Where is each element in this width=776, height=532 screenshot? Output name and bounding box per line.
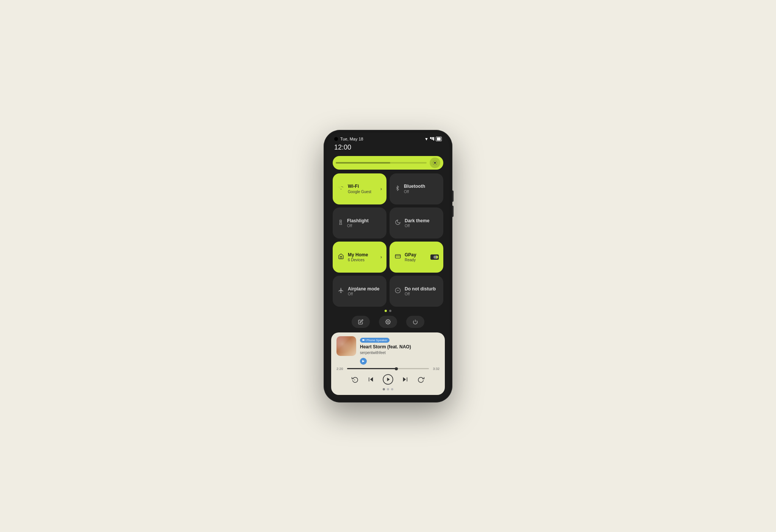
tile-airplane-mode[interactable]: Airplane mode Off (333, 276, 386, 307)
airplane-tile-title: Airplane mode (348, 286, 379, 292)
status-bar: Tue, May 18 ▼ (327, 133, 449, 143)
dnd-tile-title: Do not disturb (405, 286, 436, 292)
tile-dark-theme[interactable]: Dark theme Off (390, 207, 443, 239)
home-icon (338, 253, 344, 261)
svg-marker-12 (370, 377, 373, 382)
time-text: 12:00 (334, 144, 351, 151)
clock-display: 12:00 (327, 143, 449, 154)
bluetooth-tile-text: Bluetooth Off (404, 184, 425, 193)
quick-settings-grid: Wi-Fi Google Guest › Bluetooth Off (327, 173, 449, 307)
wifi-chevron-icon: › (380, 186, 382, 192)
media-player: Phone Speaker Heart Storm (feat. NAO) se… (331, 332, 445, 395)
bottom-actions-bar (327, 314, 449, 331)
gpay-tile-text: GPay Ready (405, 252, 416, 262)
media-dot-3 (391, 388, 393, 390)
wifi-tile-subtitle: Google Guest (348, 190, 371, 194)
svg-rect-4 (395, 254, 400, 258)
volume-up-button[interactable] (452, 190, 454, 202)
status-bar-right: ▼ (424, 137, 442, 141)
wifi-tile-title: Wi-Fi (348, 184, 371, 189)
dark-theme-icon (395, 219, 401, 227)
airplane-icon (338, 287, 344, 295)
dark-theme-tile-text: Dark theme Off (405, 218, 429, 228)
media-info: Phone Speaker Heart Storm (feat. NAO) se… (360, 336, 440, 364)
progress-bar-container[interactable]: 2:20 3:32 (336, 367, 440, 371)
media-controls: 5 (336, 373, 440, 386)
signal-strength-icon (430, 137, 434, 140)
my-home-tile-subtitle: 6 Devices (348, 258, 368, 262)
output-device-label: Phone Speaker (366, 339, 387, 342)
svg-rect-1 (340, 220, 342, 222)
gpay-tile-title: GPay (405, 252, 416, 257)
dnd-tile-text: Do not disturb Off (405, 286, 436, 296)
tile-my-home[interactable]: My Home 6 Devices › (333, 242, 386, 273)
brightness-slider[interactable] (333, 156, 443, 170)
forward-button[interactable] (416, 374, 426, 385)
my-home-chevron-icon: › (380, 254, 382, 260)
mini-play-icon: ▶ (360, 358, 367, 365)
svg-point-8 (387, 321, 389, 323)
media-dot-1 (383, 388, 385, 390)
wifi-signal-icon: ▼ (424, 137, 429, 141)
gpay-icon (395, 253, 401, 261)
flashlight-tile-text: Flashlight Off (347, 218, 369, 228)
progress-fill (347, 368, 398, 369)
album-art (336, 336, 356, 356)
bluetooth-tile-title: Bluetooth (404, 184, 425, 189)
page-dot-1 (385, 310, 387, 312)
progress-bar[interactable] (347, 368, 429, 369)
brightness-track (336, 162, 427, 164)
tile-gpay[interactable]: GPay Ready (390, 242, 443, 273)
dnd-tile-subtitle: Off (405, 292, 436, 296)
progress-total-time: 3:32 (431, 367, 440, 371)
progress-scrubber[interactable] (395, 367, 398, 370)
gpay-tile-subtitle: Ready (405, 258, 416, 262)
page-indicator (327, 307, 449, 314)
previous-button[interactable] (366, 374, 376, 385)
media-dot-2 (387, 388, 389, 390)
battery-icon (436, 137, 442, 141)
progress-current-time: 2:20 (336, 367, 345, 371)
power-button[interactable] (406, 316, 424, 328)
status-date: Tue, May 18 (340, 137, 363, 141)
play-pause-button[interactable] (382, 373, 394, 386)
airplane-tile-subtitle: Off (348, 292, 379, 296)
wifi-tile-text: Wi-Fi Google Guest (348, 184, 371, 193)
album-art-image (336, 336, 356, 356)
edit-button[interactable] (352, 316, 370, 328)
camera-hole (334, 137, 338, 141)
svg-rect-10 (362, 339, 364, 341)
svg-marker-16 (403, 377, 406, 382)
volume-down-button[interactable] (452, 206, 454, 217)
my-home-tile-text: My Home 6 Devices (348, 252, 368, 262)
media-page-indicator (336, 388, 440, 390)
brightness-fill (336, 162, 390, 164)
output-device-badge[interactable]: Phone Speaker (360, 338, 390, 343)
airplane-tile-text: Airplane mode Off (348, 286, 379, 296)
media-top-row: Phone Speaker Heart Storm (feat. NAO) se… (336, 336, 440, 364)
media-title: Heart Storm (feat. NAO) (360, 344, 440, 350)
page-dot-2 (389, 310, 391, 312)
replay-button[interactable]: 5 (350, 374, 360, 385)
status-bar-left: Tue, May 18 (334, 137, 363, 141)
bluetooth-tile-subtitle: Off (404, 190, 425, 194)
tile-flashlight[interactable]: Flashlight Off (333, 207, 386, 239)
flashlight-icon (338, 219, 343, 227)
svg-point-0 (434, 162, 436, 164)
my-home-tile-title: My Home (348, 252, 368, 257)
phone-device: Tue, May 18 ▼ 12:00 (324, 130, 452, 403)
tile-wifi[interactable]: Wi-Fi Google Guest › (333, 173, 386, 204)
tile-bluetooth[interactable]: Bluetooth Off (390, 173, 443, 204)
brightness-icon (430, 158, 440, 168)
dark-theme-tile-subtitle: Off (405, 224, 429, 228)
media-artist: serpentwithfeet (360, 351, 440, 355)
dnd-icon (395, 287, 401, 295)
bluetooth-icon (395, 185, 400, 193)
svg-marker-15 (387, 378, 390, 381)
svg-text:5: 5 (354, 379, 355, 381)
tile-dnd[interactable]: Do not disturb Off (390, 276, 443, 307)
settings-button[interactable] (379, 316, 397, 328)
next-button[interactable] (400, 374, 410, 385)
dark-theme-tile-title: Dark theme (405, 218, 429, 223)
flashlight-tile-subtitle: Off (347, 224, 369, 228)
